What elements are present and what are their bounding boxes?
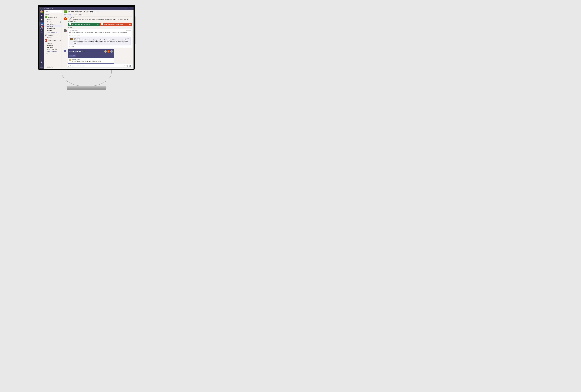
rail-activity[interactable]: 🔔Activity: [40, 14, 44, 18]
camera-badge-icon: 📹: [64, 50, 66, 52]
author: Cecily De Crum: [68, 17, 76, 18]
video-icon: 📹: [70, 55, 72, 56]
presence-dot: [66, 31, 67, 32]
channel-development[interactable]: Development: [44, 23, 62, 25]
emoji-button[interactable]: ☺: [124, 65, 126, 67]
user-avatar[interactable]: [40, 10, 43, 13]
meeting-duration: 01:13: [82, 51, 86, 52]
favorite-button[interactable]: ★: [94, 11, 96, 13]
avatar: [70, 38, 73, 40]
reply-button[interactable]: ↩Reply: [68, 26, 132, 28]
attachment-more[interactable]: •••: [97, 24, 99, 25]
channel-weekly-specials[interactable]: Weekly Specials: [44, 48, 62, 50]
team-more-button[interactable]: •••: [60, 34, 61, 36]
team-icon: [44, 16, 47, 18]
channel-more-fc[interactable]: 4 more channels: [44, 50, 62, 52]
excel-icon: X: [69, 23, 71, 25]
create-team-button[interactable]: ⧉ Create team: [44, 65, 62, 69]
breadcrumb-sep: ›: [83, 11, 84, 13]
timestamp: 11:16 am: [125, 38, 130, 39]
bulb-icon: 💡: [41, 61, 43, 63]
rail-teams[interactable]: 👥Teams: [40, 22, 44, 25]
channel-branding[interactable]: Branding📹: [44, 21, 62, 23]
presence-dot: [72, 40, 73, 40]
rail-meetings[interactable]: 📅Meetings: [40, 25, 44, 29]
team-adventureworks[interactable]: AdventureWorks: [44, 15, 62, 19]
avatar: CD: [64, 17, 67, 20]
files-icon: 🗎: [41, 30, 42, 31]
reply-button[interactable]: ↩Reply: [69, 46, 130, 47]
team-fourth-coffee[interactable]: ☕ Fourth Coffee •••: [44, 39, 62, 42]
device-stand: [60, 70, 113, 89]
author: Daphne Knowles: [69, 30, 78, 31]
channel-marketing-fc[interactable]: Marketing: [44, 46, 62, 48]
channel-more-aw[interactable]: 32 more channels: [44, 31, 62, 33]
attachment-powerpoint[interactable]: P 160724-WinterCampaignProposal •••: [100, 23, 132, 26]
rail-chat[interactable]: 💬Chat: [40, 18, 44, 22]
join-meeting-button[interactable]: 📹Join: [69, 54, 76, 57]
more-teams[interactable]: More: [44, 52, 62, 55]
camera-icon: 📹: [60, 21, 61, 23]
meet-now-button[interactable]: 📹: [129, 65, 131, 67]
nav-back-button[interactable]: ❮: [40, 8, 42, 9]
window-close-button[interactable]: ✕: [130, 8, 134, 9]
scheduled-meeting-card[interactable]: 📅 Marketing review Thursday, 15th @ 10:3…: [68, 63, 114, 64]
window-max-button[interactable]: □: [128, 8, 130, 9]
channel-general[interactable]: General: [44, 19, 62, 21]
meeting-reply: Daniela Madera Setting up some time to r…: [68, 58, 114, 63]
attachment-excel[interactable]: X 160724-WinterCampaignBudget •••: [68, 23, 100, 26]
header-more-button[interactable]: •••: [97, 11, 99, 13]
channel-header: AdventureWorks › Marketing ★ ••• Convers…: [62, 10, 134, 16]
participant-avatar[interactable]: [110, 50, 113, 53]
format-button[interactable]: A̲: [68, 65, 69, 67]
reply-icon: ↩: [68, 26, 69, 28]
gear-icon: ⚙: [41, 65, 42, 67]
search-input-wrap[interactable]: 🔍: [44, 10, 64, 13]
channel-general[interactable]: General: [44, 37, 62, 39]
timestamp: 11:28 am: [127, 61, 131, 62]
breadcrumb-parent[interactable]: AdventureWorks: [68, 11, 82, 13]
window-min-button[interactable]: –: [124, 8, 128, 9]
channel-general[interactable]: General: [44, 42, 62, 44]
rail-settings[interactable]: ⚙Settings: [40, 65, 43, 69]
nested-reply: Miguel Silva11:16 am There's still quite…: [69, 37, 130, 45]
calendar-icon: 📅: [41, 26, 43, 28]
stylus: [135, 16, 136, 44]
nav-forward-button[interactable]: ❯: [42, 8, 44, 9]
participants: LC: [104, 50, 113, 53]
channel-social-media[interactable]: Social Media: [44, 27, 62, 29]
composer-input[interactable]: [70, 65, 123, 66]
attachment-more[interactable]: •••: [129, 24, 131, 25]
tab-conversation[interactable]: Conversation: [64, 14, 72, 16]
titlebar: ❮ ❯ Microsoft Teams – □ ✕: [40, 7, 134, 10]
team-more-button[interactable]: •••: [60, 40, 61, 41]
team-designers[interactable]: 👤 Designers •••: [44, 33, 62, 37]
channel-marketing[interactable]: Marketing: [44, 25, 62, 27]
timestamp: 11:00 am: [128, 17, 132, 18]
channel-website[interactable]: Website: [44, 29, 62, 31]
tabs: Conversation Files Notes +: [64, 14, 132, 16]
participant-avatar[interactable]: LC: [107, 50, 110, 53]
author: Miguel Silva: [74, 38, 80, 39]
tab-files[interactable]: Files: [74, 14, 77, 16]
reply-icon: ↩: [69, 46, 70, 47]
channel-fun-stuff[interactable]: Fun stuff: [44, 44, 62, 46]
composer[interactable]: A̲ ☺ 📎 📹: [67, 64, 132, 67]
participant-avatar[interactable]: [104, 50, 107, 53]
tab-add-button[interactable]: +: [84, 14, 85, 16]
favorites-label: Favorites: [44, 13, 62, 15]
message: CD Cecily De Crum11:00 am This is the la…: [64, 17, 132, 28]
app-window: ❮ ❯ Microsoft Teams – □ ✕ 🔔Activity 💬Cha…: [40, 7, 134, 69]
meeting-thread: 📹 Marketing Review 01:13 LC: [64, 49, 132, 64]
search-input[interactable]: [46, 11, 62, 12]
meeting-card: Marketing Review 01:13 LC 📹Jo: [68, 49, 114, 64]
message-text: Setting up some time to review the marke…: [72, 60, 113, 62]
rail-files[interactable]: 🗎Files: [40, 29, 44, 33]
rail-feedback[interactable]: 💡Feedback: [40, 61, 44, 65]
meeting-title: Marketing Review: [69, 50, 81, 52]
avatar: [69, 59, 71, 61]
attach-button[interactable]: 📎: [126, 65, 128, 67]
tab-notes[interactable]: Notes: [79, 14, 82, 16]
replied-summary[interactable]: Kadji and Jakob replied: [69, 35, 130, 36]
message-text: This is the latest budget and campaign p…: [68, 18, 132, 22]
